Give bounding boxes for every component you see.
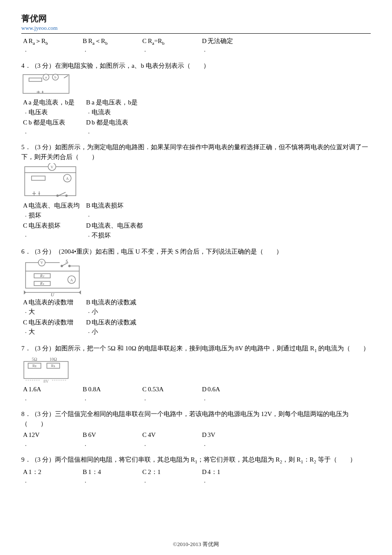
svg-text:b: b [55, 75, 56, 79]
q4-opt-a-letter: A [23, 98, 29, 107]
txt: R [88, 38, 92, 44]
sub: b [105, 40, 108, 46]
q8-opt-d-dot: ． [202, 440, 208, 448]
q7-opt-c-text: 0.53A [148, 384, 164, 394]
q5-opt-a-text: 电流表、电压表均损坏 [29, 201, 80, 220]
q4-opt-b-text: a 是电压表，b是电流表 [92, 98, 143, 117]
q6-circuit-diagram: V S A R₂ R₁ U [21, 258, 85, 297]
q7-opt-a-text: 1.6A [29, 384, 41, 394]
sub: b [46, 40, 48, 46]
q3-opt-a-dot: ． [23, 46, 29, 54]
q7-opt-a-letter: A [23, 384, 29, 394]
q9-opt-b-dot: ． [83, 477, 88, 485]
q5-opt-c-text: 电压表损坏 [29, 221, 61, 231]
q7-opt-c-dot: ． [142, 394, 148, 403]
q8-opt-c-letter: C [142, 430, 148, 440]
q3-opt-b-dot: ． [83, 46, 88, 54]
page-footer: ©2010-2013 菁优网 [21, 540, 371, 549]
q8-option-row: A．12V B．6V C．4V D．3V [23, 430, 371, 448]
svg-line-4 [64, 75, 68, 78]
q8-opt-a-letter: A [23, 430, 29, 440]
q3-opt-c-dot: ． [142, 46, 148, 54]
q8-opt-a-text: 12V [29, 430, 40, 440]
q9-opt-d-text: 4：1 [208, 467, 220, 477]
q8-opt-b-text: 6V [88, 430, 96, 440]
q7-opt-b-text: 0.8A [88, 384, 101, 394]
q7-opt-c-letter: C [142, 384, 148, 394]
q6-opt-d-letter: D [86, 318, 92, 327]
q4-opt-d-dot: ． [86, 127, 92, 136]
q8-stem: 8．（3 分）三个阻值完全相同的电阻串联在同一个电路中，若该电路中的电源电压为 … [21, 409, 371, 428]
txt: 等于（ ） [316, 456, 356, 463]
q6-lbl-u: U [51, 292, 55, 297]
q3-opt-a-text: Ra＞Rb [29, 36, 48, 47]
sub: b [162, 40, 164, 46]
question-6: 6．（3 分）（2004•重庆）如右图，电压 U 不变，开关 S 闭合后，下列说… [21, 247, 371, 337]
q5-circuit-diagram: V A [21, 163, 81, 200]
q7-stem: 7．（3 分）如图所示，把一个 5Ω 和 10Ω 的电阻串联起来，接到电源电压为… [21, 344, 371, 354]
site-url: www.jyeoo.com [21, 24, 371, 32]
q7-opt-b-letter: B [83, 384, 88, 394]
txt: ＞R [35, 38, 46, 44]
q3-opt-b-text: Ra＜Rb [88, 36, 107, 47]
txt: ；将它们并联，其总电阻为 R [197, 456, 280, 463]
q3-opt-c-letter: C [142, 36, 148, 46]
txt: R [148, 38, 152, 44]
q5-opt-d-text: 电流表、电压表都不损坏 [92, 221, 143, 240]
q4-opt-a-text: a 是电流表，b是电压表 [29, 98, 80, 117]
q5-opt-c-letter: C [23, 221, 29, 231]
q9-opt-a-text: 1：2 [29, 467, 41, 477]
q6-stem: 6．（3 分）（2004•重庆）如右图，电压 U 不变，开关 S 闭合后，下列说… [21, 247, 371, 257]
q4-stem: 4．（3 分）在测电阻实验，如图所示，a、b 电表分别表示（ ） [21, 61, 371, 71]
q7-lbl-8v: 8V [43, 379, 49, 384]
q8-opt-d-letter: D [202, 430, 208, 440]
q8-opt-c-dot: ． [142, 440, 148, 448]
q5-opt-c-dot: ． [23, 231, 29, 239]
q5-opt-b-dot: ． [86, 211, 92, 219]
q4-option-row-1: A． a 是电流表，b是电压表 B． a 是电压表，b是电流表 [23, 98, 371, 117]
txt: =R [154, 38, 162, 44]
q9-opt-a-dot: ． [23, 477, 29, 485]
q7-option-row: A．1.6A B．0.8A C．0.53A D．0.6A [23, 384, 371, 402]
question-7: 7．（3 分）如图所示，把一个 5Ω 和 10Ω 的电阻串联起来，接到电源电压为… [21, 344, 371, 403]
txt: ＜R [95, 38, 105, 44]
q9-opt-d-dot: ． [202, 477, 208, 485]
q4-circuit-diagram: a b [21, 72, 72, 97]
q6-opt-b-text: 电流表的读数减小 [92, 298, 138, 317]
question-8: 8．（3 分）三个阻值完全相同的电阻串联在同一个电路中，若该电路中的电源电压为 … [21, 409, 371, 448]
q3-opt-d-letter: D [202, 36, 208, 46]
question-9: 9．（3 分）两个阻值相同的电阻，将它们串联，其总电阻为 R1；将它们并联，其总… [21, 455, 371, 485]
q6-opt-a-dot: ． [23, 307, 29, 315]
q4-opt-c-dot: ． [23, 127, 29, 136]
q3-opt-c-text: Ra=Rb [148, 36, 164, 47]
q9-opt-c-text: 2：1 [148, 467, 161, 477]
q8-opt-a-dot: ． [23, 440, 29, 448]
q5-opt-a-dot: ． [23, 211, 29, 219]
q9-opt-d-letter: D [202, 467, 208, 477]
q9-opt-c-dot: ． [142, 477, 148, 485]
q9-opt-b-text: 1：4 [88, 467, 101, 477]
q8-opt-b-letter: B [83, 430, 88, 440]
q6-opt-b-dot: ． [86, 307, 92, 315]
q3-opt-d-text: 无法确定 [208, 36, 233, 46]
q7-opt-d-dot: ． [202, 394, 208, 403]
q5-option-row-1: A． 电流表、电压表均损坏 B． 电流表损坏 [23, 201, 371, 220]
svg-line-20 [58, 192, 66, 196]
svg-rect-13 [32, 176, 45, 180]
q6-opt-c-letter: C [23, 318, 29, 327]
q4-option-row-2: C． b 都是电压表 D． b 都是电流表 [23, 118, 371, 136]
q7-lbl-10: 10Ω [49, 357, 57, 361]
q7-opt-d-text: 0.6A [208, 384, 220, 394]
header-divider [21, 33, 371, 34]
txt: 的电流为（ ） [317, 345, 369, 352]
svg-text:a: a [45, 75, 47, 79]
q9-stem: 9．（3 分）两个阻值相同的电阻，将它们串联，其总电阻为 R1；将它们并联，其总… [21, 455, 371, 465]
txt: ：R [303, 456, 314, 463]
q3-opt-b-letter: B [83, 36, 88, 46]
svg-point-21 [66, 195, 67, 197]
q3-option-row: A ． Ra＞Rb B ． Ra＜Rb C ． Ra=Rb D ． 无法确定 [23, 36, 371, 54]
question-5: 5．（3 分）如图所示，为测定电阻的电路图．如果某同学在操作中两电表的量程选择正… [21, 142, 371, 240]
q7-lbl-r2: R₂ [32, 364, 37, 368]
q6-lbl-v: V [40, 260, 43, 265]
q6-lbl-a: A [70, 278, 73, 282]
